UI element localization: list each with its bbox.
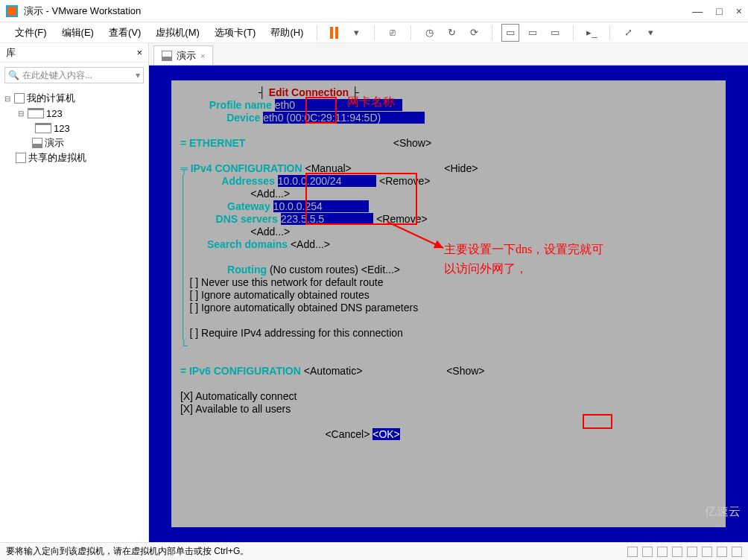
sidebar-title: 库 [6,46,16,60]
device-icon[interactable] [732,547,742,557]
button-add[interactable]: <Add...> [291,238,330,250]
tree-node-vm-active[interactable]: 演示 [1,136,147,150]
view-fullscreen-icon[interactable]: ▭ [546,24,564,42]
menu-view[interactable]: 查看(V) [103,25,147,41]
annotation-text-nic: 网卡名称 [347,95,395,108]
tree-node-shared[interactable]: 共享的虚拟机 [1,150,147,165]
device-icon[interactable] [642,547,653,557]
checkbox-default-route[interactable]: [ ] Never use this network for default r… [190,276,384,288]
vm-icon [35,123,51,133]
section-ipv6: = IPv6 CONFIGURATION [180,365,301,377]
dropdown-icon[interactable]: ▾ [347,24,365,42]
dropdown-icon[interactable]: ▾ [641,24,659,42]
separator [411,25,411,40]
menu-tabs[interactable]: 选项卡(T) [209,25,262,41]
button-show[interactable]: <Show> [446,365,484,377]
label-profile: Profile name [209,99,272,111]
manage-snapshot-icon[interactable]: ⟳ [465,24,483,42]
device-icon[interactable] [657,547,668,557]
field-gateway[interactable]: 10.0.0.254 [273,200,369,212]
window-controls: — □ × [692,5,742,17]
folder-icon [28,108,44,118]
tree-node-folder[interactable]: ⊟123 [1,106,147,121]
button-hide[interactable]: <Hide> [444,162,478,174]
tree-node-root[interactable]: ⊟我的计算机 [1,91,147,106]
vm-icon [162,51,172,61]
dialog-title: Edit Connection [269,86,349,98]
button-show[interactable]: <Show> [393,137,431,149]
annotation-text-dns1: 主要设置一下dns，设置完就可 [444,243,603,255]
toolbar: ▾ ⎚ ◷ ↻ ⟳ ▭ ▭ ▭ ▸_ ⤢ ▾ [325,24,659,42]
field-device[interactable]: eth0 (00:0C:29:11:94:5D) [263,112,424,124]
revert-icon[interactable]: ↻ [443,24,460,42]
label-routing: Routing [227,264,267,276]
device-icon[interactable] [672,547,682,557]
label-device: Device [226,112,260,124]
vm-console[interactable]: ┤ Edit Connection ├ Profile name eth0 De… [149,66,748,542]
button-ok[interactable]: <OK> [373,428,400,440]
checkbox-ignore-routes[interactable]: [ ] Ignore automatically obtained routes [190,289,370,301]
device-icon[interactable] [627,547,638,557]
minimize-button[interactable]: — [692,5,703,17]
separator [609,25,610,40]
terminal[interactable]: ┤ Edit Connection ├ Profile name eth0 De… [171,80,726,527]
shared-icon [16,153,26,163]
library-tree: ⊟我的计算机 ⊟123 123 演示 共享的虚拟机 [0,88,148,542]
device-icon[interactable] [717,547,727,557]
section-ipv4: IPv4 CONFIGURATION [191,162,302,174]
dropdown-icon: ▾ [136,70,140,80]
fullscreen-toggle-icon[interactable]: ⤢ [619,24,637,42]
separator [374,25,375,40]
console-icon[interactable]: ▸_ [583,24,600,42]
separator [573,25,574,40]
checkbox-ignore-dns[interactable]: [ ] Ignore automatically obtained DNS pa… [190,302,419,314]
titlebar: 演示 - VMware Workstation — □ × [0,0,748,22]
field-dns[interactable]: 223.5.5.5 [281,213,374,225]
device-icon[interactable] [702,547,712,557]
field-ipv6-mode[interactable]: <Automatic> [304,365,363,377]
field-ipv4-mode[interactable]: <Manual> [305,162,351,174]
device-icon[interactable] [687,547,697,557]
view-single-icon[interactable]: ▭ [501,24,519,42]
button-add[interactable]: <Add...> [250,188,290,200]
send-ctrl-alt-del-icon[interactable]: ⎚ [384,24,402,42]
watermark: 亿速云 [705,504,741,520]
pause-button[interactable] [325,24,343,42]
checkbox-all-users[interactable]: [X] Available to all users [180,403,291,415]
tab-bar: 演示 × [149,43,748,66]
snapshot-icon[interactable]: ◷ [420,24,438,42]
label-addresses: Addresses [221,175,275,187]
button-cancel[interactable]: <Cancel> [325,428,370,440]
close-button[interactable]: × [736,5,742,17]
separator [492,25,492,40]
checkbox-auto-connect[interactable]: [X] Automatically connect [180,390,297,402]
sidebar-header: 库 × [0,43,148,63]
maximize-button[interactable]: □ [716,5,722,17]
tab-close-button[interactable]: × [200,51,205,60]
button-remove[interactable]: <Remove> [376,213,427,225]
content-area: 演示 × ┤ Edit Connection ├ Profile name et… [149,43,748,542]
button-remove[interactable]: <Remove> [379,175,430,187]
separator [317,25,317,40]
button-edit[interactable]: <Edit...> [361,264,400,276]
label-gateway: Gateway [227,200,270,212]
menubar: 文件(F) 编辑(E) 查看(V) 虚拟机(M) 选项卡(T) 帮助(H) ▾ … [0,22,748,43]
view-unity-icon[interactable]: ▭ [524,24,542,42]
label-dns: DNS servers [216,213,278,225]
search-placeholder: 在此处键入内容... [22,69,92,82]
menu-file[interactable]: 文件(F) [9,25,53,41]
vmware-logo-icon [6,5,18,17]
field-address[interactable]: 10.0.0.200/24 [278,175,376,187]
menu-help[interactable]: 帮助(H) [264,25,309,41]
tab-demo[interactable]: 演示 × [153,45,213,65]
search-input[interactable]: 🔍 在此处键入内容... ▾ [4,67,144,83]
tab-label: 演示 [177,49,196,63]
tree-node-vm[interactable]: 123 [1,121,147,136]
menu-edit[interactable]: 编辑(E) [56,25,100,41]
button-add[interactable]: <Add...> [250,226,290,238]
window-title: 演示 - VMware Workstation [24,4,692,18]
section-ethernet: = ETHERNET [180,137,246,149]
checkbox-require-ipv4[interactable]: [ ] Require IPv4 addressing for this con… [190,327,403,339]
menu-vm[interactable]: 虚拟机(M) [150,25,206,41]
sidebar-close-button[interactable]: × [136,47,142,58]
